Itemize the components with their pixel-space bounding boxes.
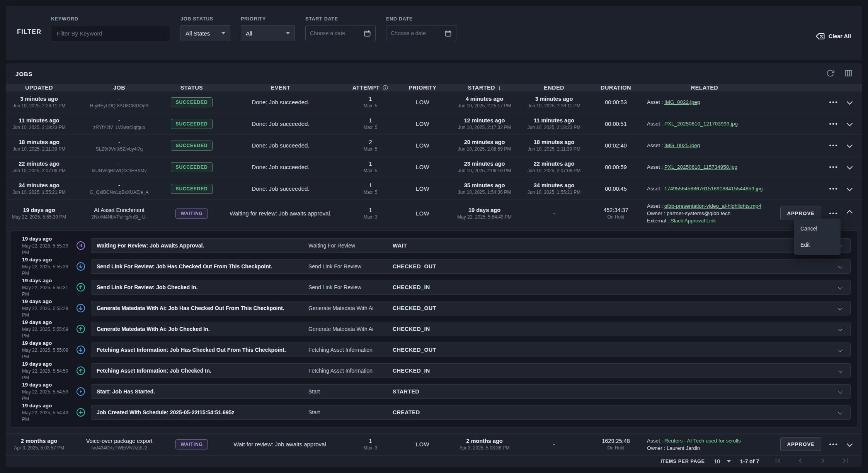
started-cell: 12 minutes ago Jun 10, 2025, 2:17:32 PM [449, 117, 520, 131]
related-label: Asset : [647, 164, 663, 170]
chevron-icon [847, 210, 853, 216]
col-header-status[interactable]: STATUS [167, 85, 217, 91]
row-menu-button[interactable]: ••• [829, 210, 838, 217]
last-page-button[interactable] [841, 456, 850, 466]
timeline-state: STARTED [393, 388, 832, 395]
menu-item-cancel[interactable]: Cancel [794, 222, 841, 235]
row-menu-button[interactable]: ••• [829, 142, 838, 149]
table-row[interactable]: 19 days ago May 22, 2025, 5:55:39 PM AI … [6, 200, 862, 227]
keyword-field-group: KEYWORD [51, 16, 170, 41]
timeline-event-row[interactable]: Fetching Asset Information: Job Has Chec… [91, 342, 851, 357]
related-asset-link[interactable]: IMG_0022.jpeg [664, 99, 700, 105]
col-header-related[interactable]: RELATED [644, 85, 765, 91]
col-header-duration[interactable]: DURATION [588, 85, 644, 91]
col-header-job[interactable]: JOB [72, 85, 167, 91]
expand-row-button[interactable] [846, 440, 853, 449]
approve-button[interactable]: APPROVE [780, 437, 821, 451]
clear-all-button[interactable]: Clear All [815, 32, 851, 41]
event-cell: Done: Job succeeded. [217, 164, 344, 170]
row-menu-button[interactable]: ••• [829, 441, 838, 448]
related-asset-link[interactable]: Reuters - AI Tech used for scrolls [664, 438, 741, 444]
timeline-event-row[interactable]: Job Created With Schedule: 2025-05-22t15… [91, 405, 851, 420]
updated-cell: 22 minutes ago Jun 10, 2025, 2:07:09 PM [6, 160, 72, 174]
table-row[interactable]: 2 months ago Apr 3, 2025, 5:03:57 PM Voi… [6, 434, 862, 455]
timeline-checkpoint: Generate Matedata With Ai [308, 326, 393, 332]
status-cell: SUCCEEDED [167, 184, 217, 194]
related-asset-link[interactable]: IMG_0025.jpeg [664, 142, 700, 148]
job-status-select[interactable]: All States [180, 25, 230, 41]
page-size-select[interactable]: 10 [714, 458, 731, 465]
related-asset-link[interactable]: PXL_20250610_115734958.jpg [664, 164, 737, 170]
next-page-button[interactable] [818, 456, 827, 466]
sort-desc-icon[interactable]: ↓ [498, 84, 501, 91]
timeline-checkpoint: Waiting For Review [308, 242, 393, 249]
timeline-absolute-time: May 22, 2025, 5:54:59 PM [22, 368, 71, 381]
timeline-event-row[interactable]: Waiting For Review: Job Awaits Approval.… [91, 238, 851, 253]
expand-row-button[interactable] [846, 184, 853, 193]
table-row[interactable]: 18 minutes ago Jun 10, 2025, 2:11:39 PM … [6, 135, 862, 156]
related-asset-link[interactable]: 1749556456867615169188415544859.jpg [664, 186, 763, 192]
timeline-state: WAIT [393, 242, 832, 249]
timeline-event-row[interactable]: Start: Job Has Started. Start STARTED [91, 384, 851, 399]
expand-row-button[interactable] [846, 119, 853, 128]
table-row[interactable]: 22 minutes ago Jun 10, 2025, 2:07:09 PM … [6, 156, 862, 178]
row-menu-button[interactable]: ••• [829, 99, 838, 105]
calendar-icon[interactable] [364, 30, 371, 37]
timeline-event-row[interactable]: Fetching Asset Information: Job Checked … [91, 363, 851, 378]
timeline-event-row[interactable]: Send Link For Review: Job Checked In. Se… [91, 280, 851, 295]
timeline-absolute-time: May 22, 2025, 5:55:09 PM [22, 326, 71, 339]
chevron-down-icon[interactable] [838, 306, 842, 310]
table-row[interactable]: 3 minutes ago Jun 10, 2025, 2:26:11 PM -… [6, 92, 862, 113]
approve-button[interactable]: APPROVE [780, 207, 821, 220]
columns-settings-button[interactable] [844, 69, 853, 78]
expand-row-button[interactable] [846, 209, 853, 218]
col-header-event[interactable]: EVENT [217, 85, 344, 91]
start-date-input[interactable]: Choose a date [305, 25, 376, 41]
col-header-updated[interactable]: UPDATED [6, 85, 72, 91]
timeline-absolute-time: May 22, 2025, 5:55:09 PM [22, 347, 71, 360]
row-menu-button[interactable]: ••• [829, 164, 838, 170]
refresh-button[interactable] [826, 69, 834, 78]
menu-item-edit[interactable]: Edit [794, 239, 841, 251]
chevron-down-icon[interactable] [838, 410, 842, 415]
table-row[interactable]: 11 minutes ago Jun 10, 2025, 2:18:23 PM … [6, 113, 862, 135]
related-asset-link[interactable]: PXL_20250610_121703999.jpg [664, 121, 738, 127]
col-header-attempt[interactable]: ATTEMPT [344, 85, 397, 91]
timeline-entry: 19 days ago May 22, 2025, 5:55:39 PM [17, 256, 851, 277]
priority-select[interactable]: All [241, 25, 295, 41]
table-row[interactable]: 34 minutes ago Jun 10, 2025, 1:55:21 PM … [6, 178, 862, 200]
chevron-down-icon[interactable] [838, 390, 842, 394]
row-menu-button[interactable]: ••• [829, 120, 838, 127]
expand-row-button[interactable] [846, 141, 853, 150]
col-header-started[interactable]: STARTED ↓ [449, 84, 520, 91]
col-header-priority[interactable]: PRIORITY [397, 85, 449, 91]
checked-out-icon [76, 303, 85, 313]
related-asset-link[interactable]: qibb-presentation-video_ai-highlights.mp… [664, 203, 761, 209]
calendar-icon[interactable] [444, 30, 452, 37]
job-status-value: All States [186, 30, 210, 37]
timeline-event-row[interactable]: Generate Matedata With Ai: Job Checked I… [91, 322, 851, 336]
status-cell: WAITING [167, 209, 217, 219]
chevron-down-icon[interactable] [838, 285, 842, 290]
chevron-down-icon[interactable] [838, 348, 842, 352]
end-date-input[interactable]: Choose a date [386, 25, 456, 41]
ended-relative: - [520, 441, 588, 448]
chevron-down-icon[interactable] [838, 369, 842, 373]
first-page-button[interactable] [773, 456, 783, 466]
chevron-icon [847, 164, 853, 170]
col-header-ended[interactable]: ENDED [520, 85, 588, 91]
keyword-input[interactable] [51, 25, 170, 41]
info-icon[interactable] [382, 85, 388, 91]
chevron-down-icon[interactable] [838, 264, 842, 269]
previous-page-button[interactable] [796, 456, 805, 466]
timeline-relative-time: 19 days ago [22, 235, 71, 243]
row-menu-button[interactable]: ••• [829, 185, 838, 192]
timeline-event-row[interactable]: Send Link For Review: Job Has Checked Ou… [91, 259, 851, 274]
related-external-link[interactable]: Slack Approval Link [671, 218, 716, 224]
timeline-event-row[interactable]: Generate Matedata With Ai: Job Has Check… [91, 301, 851, 315]
expand-row-button[interactable] [846, 98, 853, 107]
started-absolute: Jun 10, 2025, 2:25:17 PM [449, 103, 520, 109]
status-cell: SUCCEEDED [167, 162, 217, 172]
chevron-down-icon[interactable] [838, 327, 842, 331]
expand-row-button[interactable] [846, 163, 853, 171]
